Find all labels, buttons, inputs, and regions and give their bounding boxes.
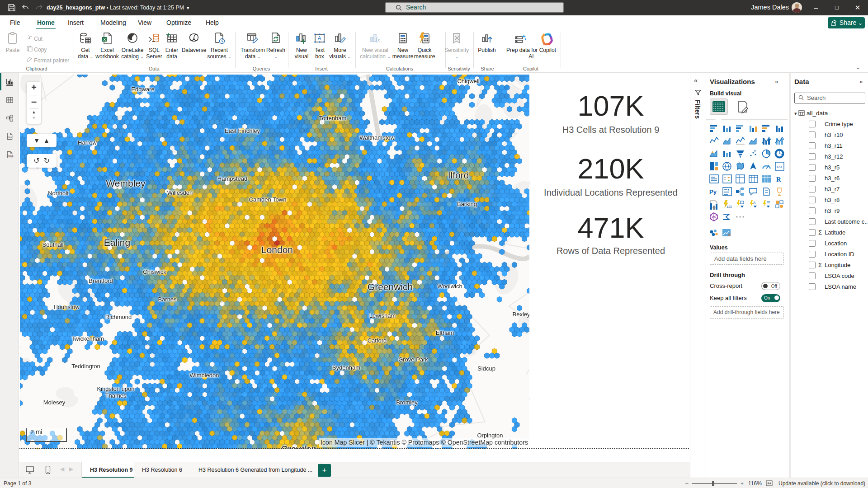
- svg-text:123: 123: [776, 165, 782, 169]
- svg-text:Py: Py: [709, 188, 717, 195]
- svg-text:DAX: DAX: [7, 136, 12, 139]
- svg-text:R: R: [776, 176, 781, 183]
- svg-text:fx: fx: [376, 36, 380, 43]
- svg-text:X: X: [104, 38, 106, 42]
- svg-text:A: A: [753, 201, 756, 205]
- svg-text:123: 123: [726, 205, 732, 208]
- svg-text:TMDL: TMDL: [7, 155, 14, 157]
